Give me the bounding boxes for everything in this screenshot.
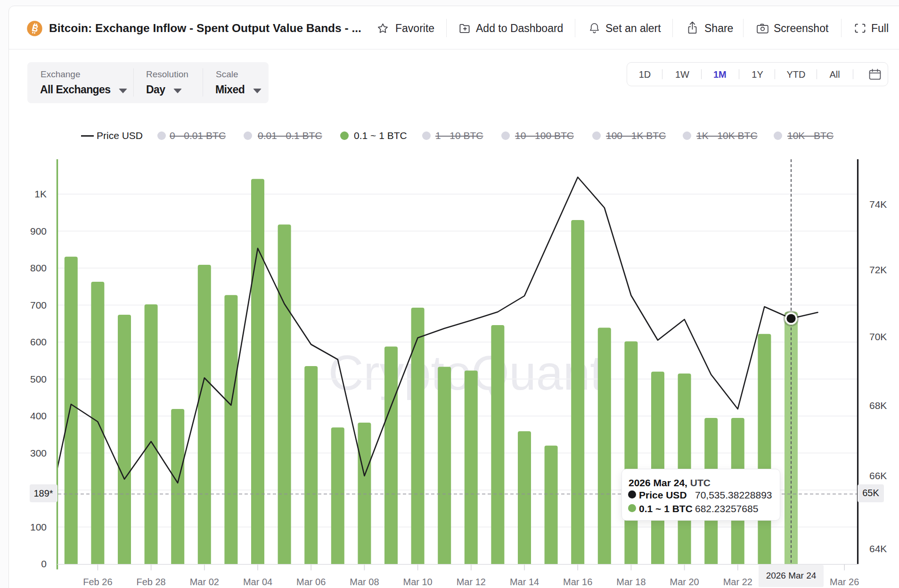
svg-text:Mar 08: Mar 08 bbox=[350, 577, 379, 587]
svg-text:Feb 26: Feb 26 bbox=[83, 577, 112, 587]
svg-text:66K: 66K bbox=[869, 470, 887, 481]
svg-text:Mar 20: Mar 20 bbox=[670, 577, 699, 587]
svg-text:900: 900 bbox=[30, 226, 47, 237]
svg-text:70K: 70K bbox=[869, 331, 887, 342]
svg-text:64K: 64K bbox=[869, 543, 887, 554]
svg-text:800: 800 bbox=[30, 262, 47, 273]
svg-text:Mar 10: Mar 10 bbox=[403, 577, 432, 587]
svg-text:0: 0 bbox=[41, 558, 47, 569]
svg-text:Mar 02: Mar 02 bbox=[190, 577, 219, 587]
svg-text:500: 500 bbox=[30, 374, 47, 384]
svg-text:Mar 12: Mar 12 bbox=[457, 577, 486, 587]
svg-text:Mar 18: Mar 18 bbox=[616, 577, 646, 587]
svg-text:Mar 22: Mar 22 bbox=[723, 577, 752, 587]
svg-text:68K: 68K bbox=[869, 400, 887, 411]
svg-text:Mar 26: Mar 26 bbox=[830, 577, 859, 587]
svg-text:1K: 1K bbox=[34, 188, 47, 199]
svg-text:400: 400 bbox=[30, 410, 47, 421]
svg-text:Mar 04: Mar 04 bbox=[243, 577, 272, 587]
svg-text:700: 700 bbox=[30, 300, 47, 310]
svg-text:Mar 16: Mar 16 bbox=[563, 577, 592, 587]
svg-text:Mar 14: Mar 14 bbox=[510, 577, 539, 587]
svg-text:Feb 28: Feb 28 bbox=[136, 577, 165, 587]
svg-text:300: 300 bbox=[30, 448, 47, 458]
svg-text:74K: 74K bbox=[869, 199, 887, 210]
svg-text:600: 600 bbox=[30, 336, 47, 347]
svg-text:Mar 06: Mar 06 bbox=[296, 577, 326, 587]
svg-text:72K: 72K bbox=[869, 264, 887, 275]
svg-text:100: 100 bbox=[30, 522, 47, 532]
